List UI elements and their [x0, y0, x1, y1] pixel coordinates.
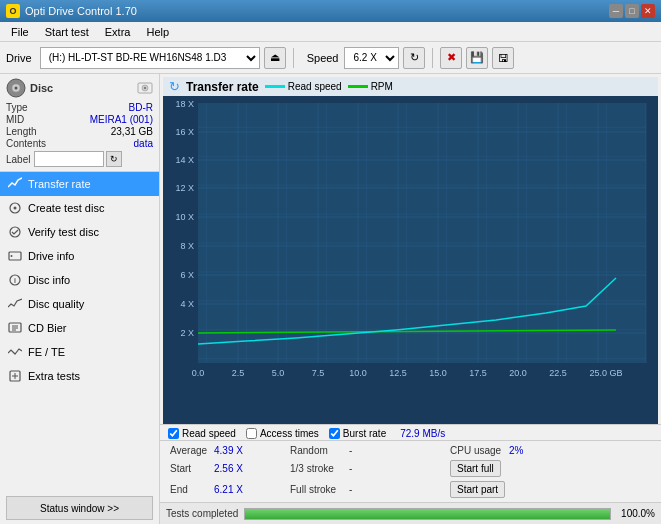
delete-button[interactable]: ✖ — [440, 47, 462, 69]
stat-1-3-stroke-key: 1/3 stroke — [290, 463, 345, 474]
disc-label-row: Label ↻ — [6, 151, 153, 167]
checkboxes-row: Read speed Access times Burst rate 72.9 … — [160, 424, 661, 440]
stat-average: Average 4.39 X — [168, 444, 288, 457]
legend-read-speed: Read speed — [265, 81, 342, 92]
chart-title: Transfer rate — [186, 80, 259, 94]
svg-text:8 X: 8 X — [180, 241, 194, 251]
checkbox-access-times[interactable]: Access times — [246, 428, 319, 439]
nav-disc-info[interactable]: i Disc info — [0, 268, 159, 292]
checkbox-read-speed-input[interactable] — [168, 428, 179, 439]
disc-quality-icon — [8, 297, 22, 311]
type-key: Type — [6, 102, 28, 113]
disc-info-icon: i — [8, 273, 22, 287]
nav-fe-te[interactable]: FE / TE — [0, 340, 159, 364]
app-title: Opti Drive Control 1.70 — [25, 5, 137, 17]
drive-label: Drive — [6, 52, 32, 64]
start-part-button[interactable]: Start part — [450, 481, 505, 498]
label-input[interactable] — [34, 151, 104, 167]
contents-val: data — [134, 138, 153, 149]
checkbox-burst-rate-input[interactable] — [329, 428, 340, 439]
maximize-button[interactable]: □ — [625, 4, 639, 18]
minimize-button[interactable]: ─ — [609, 4, 623, 18]
svg-text:2.5: 2.5 — [231, 368, 244, 378]
checkbox-burst-rate[interactable]: Burst rate — [329, 428, 386, 439]
toolbar: Drive (H:) HL-DT-ST BD-RE WH16NS48 1.D3 … — [0, 42, 661, 74]
disc-icon — [6, 78, 26, 98]
svg-text:10 X: 10 X — [175, 212, 194, 222]
menu-help[interactable]: Help — [139, 24, 176, 40]
svg-text:25.0 GB: 25.0 GB — [589, 368, 622, 378]
disc-label: Disc — [30, 82, 53, 94]
length-val: 23,31 GB — [111, 126, 153, 137]
label-key: Label — [6, 154, 30, 165]
legend-rpm: RPM — [348, 81, 393, 92]
nav-transfer-rate[interactable]: Transfer rate — [0, 172, 159, 196]
svg-text:22.5: 22.5 — [549, 368, 567, 378]
svg-point-2 — [15, 87, 18, 90]
content-area: ↻ Transfer rate Read speed RPM — [160, 74, 661, 524]
eject-button[interactable]: ⏏ — [264, 47, 286, 69]
svg-text:10.0: 10.0 — [349, 368, 367, 378]
transfer-rate-icon — [8, 177, 22, 191]
burst-rate-value: 72.9 MB/s — [400, 428, 445, 439]
svg-text:0.0: 0.0 — [191, 368, 204, 378]
title-bar: O Opti Drive Control 1.70 ─ □ ✕ — [0, 0, 661, 22]
checkbox-read-speed[interactable]: Read speed — [168, 428, 236, 439]
menu-file[interactable]: File — [4, 24, 36, 40]
nav-transfer-rate-label: Transfer rate — [28, 178, 91, 190]
checkbox-access-times-input[interactable] — [246, 428, 257, 439]
title-bar-left: O Opti Drive Control 1.70 — [6, 4, 137, 18]
close-button[interactable]: ✕ — [641, 4, 655, 18]
svg-text:6 X: 6 X — [180, 270, 194, 280]
write-button[interactable]: 💾 — [466, 47, 488, 69]
nav-cd-bier[interactable]: CD Bier — [0, 316, 159, 340]
stat-cpu-key: CPU usage — [450, 445, 505, 456]
chart-body: 18 X 16 X 14 X 12 X 10 X 8 X 6 X 4 X 2 X… — [163, 96, 658, 390]
legend-read-speed-label: Read speed — [288, 81, 342, 92]
nav-drive-info-label: Drive info — [28, 250, 74, 262]
nav-create-test-disc[interactable]: Create test disc — [0, 196, 159, 220]
stat-start-val: 2.56 X — [214, 463, 243, 474]
svg-text:14 X: 14 X — [175, 155, 194, 165]
start-full-button[interactable]: Start full — [450, 460, 501, 477]
stat-average-key: Average — [170, 445, 210, 456]
mid-val: MEIRA1 (001) — [90, 114, 153, 125]
nav-disc-quality[interactable]: Disc quality — [0, 292, 159, 316]
disc-contents-row: Contents data — [6, 138, 153, 149]
checkbox-burst-rate-label: Burst rate — [343, 428, 386, 439]
stat-cpu-usage: CPU usage 2% — [448, 444, 653, 457]
checkbox-read-speed-label: Read speed — [182, 428, 236, 439]
nav-items: Transfer rate Create test disc Verify te… — [0, 172, 159, 492]
save-button[interactable]: 🖫 — [492, 47, 514, 69]
progress-bar-fill — [245, 509, 610, 519]
svg-point-8 — [10, 227, 20, 237]
chart-header: ↻ Transfer rate Read speed RPM — [163, 77, 658, 96]
chart-svg: 18 X 16 X 14 X 12 X 10 X 8 X 6 X 4 X 2 X… — [166, 98, 656, 388]
nav-extra-tests-label: Extra tests — [28, 370, 80, 382]
stat-average-val: 4.39 X — [214, 445, 249, 456]
refresh-button[interactable]: ↻ — [403, 47, 425, 69]
disc-mid-row: MID MEIRA1 (001) — [6, 114, 153, 125]
svg-text:5.0: 5.0 — [271, 368, 284, 378]
contents-key: Contents — [6, 138, 46, 149]
nav-verify-test-disc[interactable]: Verify test disc — [0, 220, 159, 244]
speed-select[interactable]: 6.2 X — [344, 47, 399, 69]
stat-start: Start 2.56 X — [168, 459, 288, 478]
nav-drive-info[interactable]: Drive info — [0, 244, 159, 268]
nav-extra-tests[interactable]: Extra tests — [0, 364, 159, 388]
menu-start-test[interactable]: Start test — [38, 24, 96, 40]
stat-start-full-row: Start full — [448, 459, 653, 478]
svg-text:2 X: 2 X — [180, 328, 194, 338]
menu-extra[interactable]: Extra — [98, 24, 138, 40]
stat-end: End 6.21 X — [168, 480, 288, 499]
stat-start-key: Start — [170, 463, 210, 474]
label-refresh-btn[interactable]: ↻ — [106, 151, 122, 167]
disc-icon-2 — [137, 80, 153, 96]
svg-text:20.0: 20.0 — [509, 368, 527, 378]
svg-text:7.5: 7.5 — [311, 368, 324, 378]
cd-bier-icon — [8, 321, 22, 335]
drive-select[interactable]: (H:) HL-DT-ST BD-RE WH16NS48 1.D3 — [40, 47, 260, 69]
svg-text:4 X: 4 X — [180, 299, 194, 309]
status-window-button[interactable]: Status window >> — [6, 496, 153, 520]
stat-random-key: Random — [290, 445, 345, 456]
